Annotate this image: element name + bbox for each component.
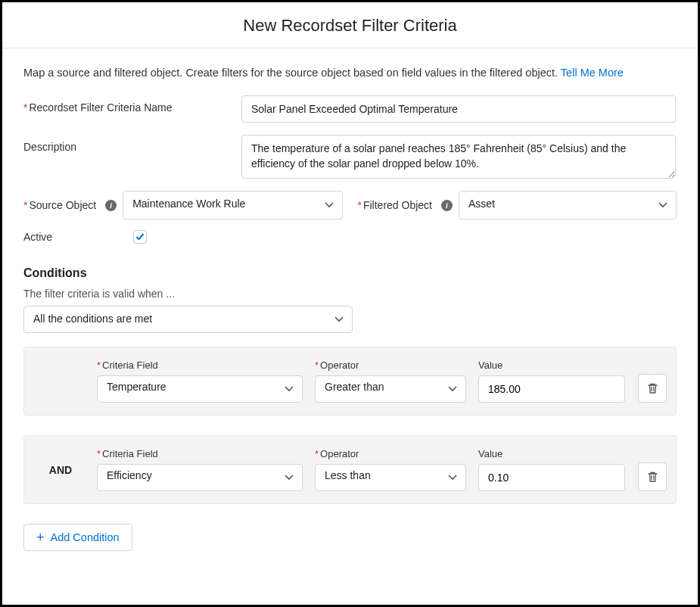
dialog-title: New Recordset Filter Criteria [2, 2, 698, 48]
dialog-frame: New Recordset Filter Criteria Map a sour… [0, 0, 700, 607]
row-active: Active [23, 230, 677, 244]
condition-row: *Criteria Field Temperature *Operator Gr… [23, 347, 677, 416]
name-input[interactable] [241, 95, 676, 123]
label-value: Value [478, 448, 625, 459]
criteria-field-select[interactable]: Temperature [97, 375, 303, 403]
criteria-field-col: *Criteria Field Efficiency [97, 448, 303, 491]
intro-copy: Map a source and filtered object. Create… [23, 67, 558, 79]
label-name: *Recordset Filter Criteria Name [23, 95, 241, 114]
col-filtered-object: *Filtered Object i Asset [358, 191, 677, 219]
operator-col: *Operator Less than [315, 448, 466, 491]
label-criteria-field: *Criteria Field [97, 448, 303, 459]
info-icon[interactable]: i [441, 200, 453, 211]
label-operator: *Operator [315, 448, 466, 459]
criteria-field-col: *Criteria Field Temperature [97, 360, 303, 403]
dialog-content: Map a source and filtered object. Create… [2, 48, 698, 563]
condition-fields: *Criteria Field Temperature *Operator Gr… [97, 360, 629, 403]
filtered-object-select-wrap: Asset [459, 191, 677, 219]
active-checkbox[interactable] [133, 230, 147, 244]
value-col: Value [478, 360, 625, 403]
label-filtered-object: *Filtered Object [358, 199, 433, 211]
info-icon[interactable]: i [105, 200, 117, 211]
required-asterisk: * [23, 199, 27, 211]
tell-me-more-link[interactable]: Tell Me More [561, 67, 624, 79]
label-active: Active [23, 231, 133, 243]
required-asterisk: * [358, 199, 362, 211]
trash-icon [647, 382, 658, 394]
label-operator: *Operator [315, 360, 466, 371]
row-objects: *Source Object i Maintenance Work Rule *… [23, 191, 677, 219]
conditions-title: Conditions [23, 266, 677, 280]
label-source-object: *Source Object [23, 199, 96, 211]
intro-text: Map a source and filtered object. Create… [23, 67, 677, 79]
delete-condition-button[interactable] [638, 374, 667, 403]
conditions-hint: The filter criteria is valid when ... [23, 288, 677, 300]
label-description: Description [23, 135, 241, 153]
row-description: Description The temperature of a solar p… [23, 135, 677, 179]
condition-row: AND *Criteria Field Efficiency *Operator… [23, 435, 677, 504]
operator-col: *Operator Greater than [315, 360, 466, 403]
label-value: Value [478, 360, 625, 371]
condition-fields: *Criteria Field Efficiency *Operator Les… [97, 448, 629, 491]
operator-select[interactable]: Less than [315, 464, 466, 491]
source-object-select[interactable]: Maintenance Work Rule [123, 191, 342, 219]
description-textarea[interactable]: The temperature of a solar panel reaches… [241, 135, 676, 179]
row-name: *Recordset Filter Criteria Name [23, 95, 677, 123]
add-condition-label: Add Condition [51, 531, 120, 543]
conditions-logic-select[interactable]: All the conditions are met [23, 306, 353, 333]
operator-select[interactable]: Greater than [315, 375, 466, 403]
col-source-object: *Source Object i Maintenance Work Rule [23, 191, 343, 219]
source-object-select-wrap: Maintenance Work Rule [123, 191, 342, 219]
required-asterisk: * [23, 101, 27, 114]
trash-icon [647, 471, 658, 483]
value-input[interactable] [478, 464, 625, 491]
criteria-field-select[interactable]: Efficiency [97, 464, 303, 491]
add-condition-button[interactable]: + Add Condition [23, 524, 132, 551]
value-input[interactable] [478, 375, 625, 403]
value-col: Value [478, 448, 625, 491]
plus-icon: + [36, 531, 45, 544]
filtered-object-select[interactable]: Asset [459, 191, 677, 219]
condition-join: AND [33, 464, 88, 476]
conditions-logic-wrap: All the conditions are met [23, 306, 353, 333]
delete-condition-button[interactable] [638, 462, 667, 491]
label-criteria-field: *Criteria Field [97, 360, 303, 371]
